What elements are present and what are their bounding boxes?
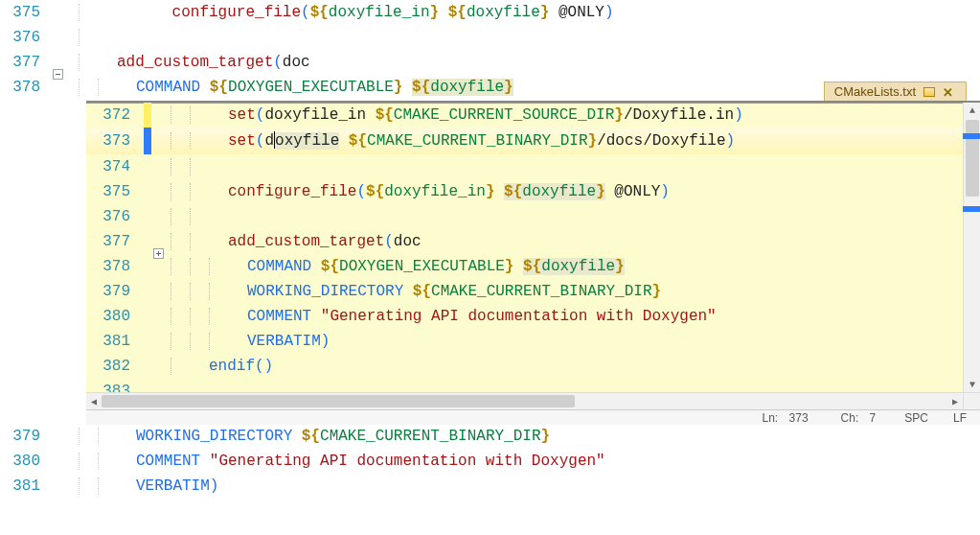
line-number: 374 [86,158,144,175]
peek-tabbar: CMakeLists.txt ✕ [824,80,967,103]
line-number: 376 [86,208,144,225]
code-line-current[interactable]: 373 set(doxyfile ${CMAKE_CURRENT_BINARY_… [86,128,963,154]
scroll-marker[interactable] [963,133,980,139]
close-icon[interactable]: ✕ [943,85,956,99]
scroll-right-arrow-icon[interactable]: ▶ [947,393,963,410]
horizontal-scrollbar[interactable]: ◀ ▶ [86,392,963,409]
line-number: 379 [0,428,50,445]
line-number: 381 [0,477,50,495]
scroll-down-arrow-icon[interactable]: ▼ [964,377,980,392]
code-line[interactable]: 374 [86,154,963,179]
line-number: 380 [0,453,50,470]
line-number: 378 [86,258,144,275]
status-column: Ch: 7 [833,411,884,425]
peek-tab-title: CMakeLists.txt [834,84,916,99]
code-line[interactable]: 380 COMMENT "Generating API documentatio… [0,449,980,474]
line-number: 376 [0,29,50,46]
vertical-scrollbar[interactable]: ▲ ▼ [963,103,980,392]
fold-plus-icon[interactable] [153,248,164,259]
change-marker-saved [144,128,151,154]
code-line[interactable]: 381 VERBATIM) [0,474,980,499]
code-line[interactable]: 375 configure_file(${doxyfile_in} ${doxy… [86,179,963,204]
function-name: configure_file [172,4,301,21]
fold-minus-icon[interactable] [53,69,63,80]
line-number: 382 [86,358,144,375]
scroll-left-arrow-icon[interactable]: ◀ [86,393,102,410]
status-indent-mode[interactable]: SPC [900,411,932,425]
code-line[interactable]: 378 COMMAND ${DOXYGEN_EXECUTABLE} ${doxy… [86,254,963,279]
scroll-up-arrow-icon[interactable]: ▲ [964,103,980,118]
scroll-corner [963,392,980,409]
line-number: 375 [86,183,144,200]
code-line[interactable]: 375 configure_file(${doxyfile_in} ${doxy… [0,0,980,25]
line-number: 373 [86,132,144,150]
scroll-thumb[interactable] [102,395,575,407]
peek-body[interactable]: 372 set(doxyfile_in ${CMAKE_CURRENT_SOUR… [86,103,963,406]
line-number: 381 [86,333,144,350]
line-number: 378 [0,79,50,96]
code-line[interactable]: 381 VERBATIM) [86,329,963,354]
line-number: 377 [86,233,144,250]
pin-icon[interactable] [923,87,935,97]
line-number: 380 [86,308,144,325]
status-eol[interactable]: LF [949,411,970,425]
peek-tab[interactable]: CMakeLists.txt ✕ [824,81,967,101]
code-line[interactable]: 379 WORKING_DIRECTORY ${CMAKE_CURRENT_BI… [0,424,980,449]
status-line: Ln: 373 [755,411,816,425]
scroll-thumb[interactable] [966,120,979,197]
code-line[interactable]: 379 WORKING_DIRECTORY ${CMAKE_CURRENT_BI… [86,279,963,304]
scroll-marker[interactable] [963,206,980,212]
code-line[interactable]: 376 [86,204,963,229]
code-line[interactable]: 380 COMMENT "Generating API documentatio… [86,304,963,329]
code-line[interactable]: 372 set(doxyfile_in ${CMAKE_CURRENT_SOUR… [86,103,963,128]
code-line[interactable]: 382 endif() [86,354,963,379]
change-marker-modified [144,103,151,128]
text-caret [274,131,275,149]
line-number: 377 [0,54,50,71]
code-line[interactable]: 377 add_custom_target(doc [86,229,963,254]
peek-editor[interactable]: CMakeLists.txt ✕ 372 set(doxyfile_in ${C… [86,101,980,425]
code-line[interactable]: 377 add_custom_target(doc [0,50,980,75]
status-bar: Ln: 373 Ch: 7 SPC LF [86,409,980,425]
line-number: 372 [86,106,144,124]
line-number: 379 [86,283,144,300]
line-number: 375 [0,4,50,21]
